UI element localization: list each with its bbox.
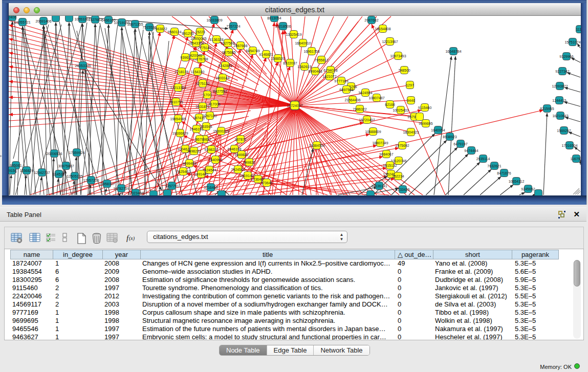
svg-text:15720407: 15720407 <box>359 118 375 122</box>
svg-text:9146821: 9146821 <box>259 53 273 56</box>
svg-text:16961758: 16961758 <box>303 50 319 53</box>
svg-text:8454749: 8454749 <box>246 49 259 53</box>
svg-text:1588520: 1588520 <box>271 57 285 60</box>
svg-text:3267130: 3267130 <box>203 114 216 118</box>
svg-text:3716485: 3716485 <box>204 186 217 189</box>
svg-text:16640910: 16640910 <box>295 41 311 45</box>
svg-text:1640954: 1640954 <box>431 128 445 132</box>
svg-text:24055721: 24055721 <box>14 20 30 24</box>
svg-text:1156829: 1156829 <box>20 169 34 172</box>
svg-text:13325419: 13325419 <box>286 33 301 36</box>
svg-text:1297: 1297 <box>406 83 414 87</box>
svg-text:19384554: 19384554 <box>309 144 324 147</box>
svg-text:2718176: 2718176 <box>175 70 188 74</box>
svg-text:116753: 116753 <box>571 157 581 161</box>
svg-text:18724007: 18724007 <box>287 104 302 107</box>
svg-text:16033809: 16033809 <box>206 18 222 22</box>
svg-text:19218506: 19218506 <box>275 25 291 28</box>
svg-text:8427552: 8427552 <box>213 90 227 93</box>
svg-text:7625402: 7625402 <box>176 170 190 173</box>
svg-text:16648784: 16648784 <box>445 50 461 53</box>
svg-text:16191443: 16191443 <box>239 174 255 178</box>
svg-text:(x): (x) <box>129 235 135 242</box>
svg-text:4275132: 4275132 <box>195 82 209 85</box>
svg-text:9949822: 9949822 <box>234 153 248 157</box>
svg-text:15751074: 15751074 <box>564 40 580 44</box>
svg-text:9327508: 9327508 <box>221 41 234 45</box>
svg-text:7924544: 7924544 <box>231 168 245 171</box>
svg-text:3498222: 3498222 <box>187 149 201 153</box>
svg-text:6794028: 6794028 <box>323 69 337 72</box>
svg-text:16782759: 16782759 <box>113 187 129 190</box>
svg-text:15300215: 15300215 <box>213 129 229 133</box>
svg-text:12023468: 12023468 <box>127 191 143 195</box>
svg-text:2935114: 2935114 <box>476 157 490 161</box>
svg-text:18304923: 18304923 <box>403 130 419 134</box>
svg-text:1615132: 1615132 <box>383 164 397 167</box>
svg-text:12342737: 12342737 <box>34 171 50 174</box>
svg-text:3875685: 3875685 <box>222 51 235 54</box>
svg-text:10958107: 10958107 <box>99 182 115 186</box>
svg-text:8471676: 8471676 <box>497 171 511 175</box>
svg-text:9699695: 9699695 <box>419 122 432 125</box>
svg-text:62160: 62160 <box>385 103 395 106</box>
svg-text:9242845: 9242845 <box>218 64 232 68</box>
svg-text:19654985: 19654985 <box>170 117 186 121</box>
svg-text:6897568: 6897568 <box>339 88 353 92</box>
svg-text:1112: 1112 <box>576 28 581 31</box>
svg-text:8938923: 8938923 <box>443 135 456 139</box>
svg-text:7986322: 7986322 <box>353 107 366 111</box>
svg-text:891295: 891295 <box>182 32 193 35</box>
svg-text:9474444: 9474444 <box>464 149 478 152</box>
svg-text:16154808: 16154808 <box>375 27 390 31</box>
svg-text:1010755: 1010755 <box>169 100 183 104</box>
svg-text:173646: 173646 <box>260 181 272 185</box>
svg-text:12093872: 12093872 <box>552 84 568 88</box>
svg-text:30975887: 30975887 <box>58 164 74 168</box>
svg-text:9457791: 9457791 <box>165 184 179 188</box>
svg-text:1700: 1700 <box>203 93 211 97</box>
svg-text:1569297: 1569297 <box>557 129 571 133</box>
svg-text:1621072: 1621072 <box>322 75 336 78</box>
svg-text:9245652: 9245652 <box>521 187 535 191</box>
svg-text:19166829: 19166829 <box>172 132 188 135</box>
svg-text:9227342: 9227342 <box>555 70 569 73</box>
svg-text:10688609: 10688609 <box>365 130 381 134</box>
svg-text:12505135: 12505135 <box>67 174 82 178</box>
svg-text:417006: 417006 <box>208 102 220 106</box>
svg-text:1154330: 1154330 <box>191 70 205 74</box>
svg-text:9084067: 9084067 <box>379 152 393 156</box>
svg-text:9398222: 9398222 <box>204 148 218 151</box>
svg-text:17359924: 17359924 <box>69 151 84 155</box>
svg-text:8678: 8678 <box>195 138 204 141</box>
svg-text:8136328: 8136328 <box>209 38 223 41</box>
svg-text:949822: 949822 <box>243 161 255 164</box>
svg-text:14136141: 14136141 <box>371 184 387 188</box>
svg-text:9115460: 9115460 <box>418 106 432 110</box>
svg-text:9446: 9446 <box>407 99 415 102</box>
svg-text:12213967: 12213967 <box>382 40 398 43</box>
svg-text:15223: 15223 <box>195 30 205 34</box>
svg-text:20206536: 20206536 <box>46 152 62 156</box>
svg-text:10807487: 10807487 <box>368 96 384 100</box>
svg-text:1640994: 1640994 <box>208 158 222 162</box>
svg-text:2775141: 2775141 <box>198 46 211 50</box>
svg-text:1975692: 1975692 <box>395 144 409 147</box>
svg-text:1244415: 1244415 <box>552 99 566 102</box>
svg-text:1691440: 1691440 <box>194 172 208 176</box>
svg-text:2867608: 2867608 <box>233 44 247 48</box>
svg-text:10025433: 10025433 <box>393 108 408 112</box>
svg-text:21564436: 21564436 <box>344 98 360 102</box>
svg-text:153594: 153594 <box>200 125 212 128</box>
svg-text:16543362: 16543362 <box>188 41 204 45</box>
svg-text:10973493: 10973493 <box>390 54 406 58</box>
svg-text:10654112: 10654112 <box>509 180 525 183</box>
svg-text:8990448: 8990448 <box>308 70 322 73</box>
svg-text:2087682: 2087682 <box>364 18 378 22</box>
svg-text:1527602: 1527602 <box>88 18 102 21</box>
svg-text:17016504: 17016504 <box>561 144 577 147</box>
svg-text:18807249: 18807249 <box>372 141 388 145</box>
svg-text:2406: 2406 <box>9 16 16 19</box>
svg-text:93961: 93961 <box>180 56 190 59</box>
svg-text:1046198: 1046198 <box>227 147 241 151</box>
